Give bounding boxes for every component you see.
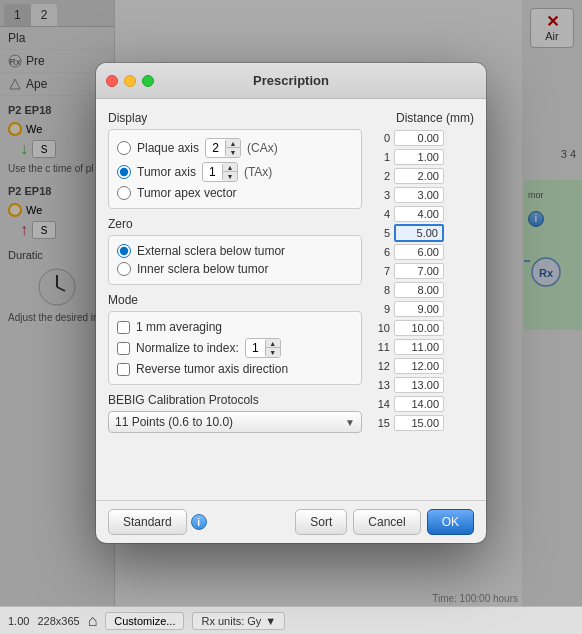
mode-section-box: 1 mm averaging Normalize to index: 1 ▲ ▼ xyxy=(108,311,362,385)
distance-row: 66.00 xyxy=(374,243,474,261)
distance-row: 00.00 xyxy=(374,129,474,147)
calibration-dropdown-arrow-icon: ▼ xyxy=(345,417,355,428)
distance-index: 11 xyxy=(374,341,390,353)
inner-sclera-label: Inner sclera below tumor xyxy=(137,262,268,276)
display-section-box: Plaque axis 2 ▲ ▼ (CAx) xyxy=(108,129,362,209)
distance-row: 77.00 xyxy=(374,262,474,280)
averaging-checkbox[interactable] xyxy=(117,321,130,334)
customize-button[interactable]: Customize... xyxy=(105,612,184,630)
normalize-spinner-box[interactable]: 1 ▲ ▼ xyxy=(245,338,281,358)
calibration-dropdown[interactable]: 11 Points (0.6 to 10.0) ▼ xyxy=(108,411,362,433)
tumor-axis-label: Tumor axis xyxy=(137,165,196,179)
ok-button[interactable]: OK xyxy=(427,509,474,535)
plaque-axis-arrows[interactable]: ▲ ▼ xyxy=(226,139,240,157)
distance-index: 15 xyxy=(374,417,390,429)
averaging-label: 1 mm averaging xyxy=(136,320,222,334)
tumor-axis-up[interactable]: ▲ xyxy=(223,163,237,172)
inner-sclera-row: Inner sclera below tumor xyxy=(117,262,353,276)
mode-label: Mode xyxy=(108,293,362,307)
bottom-bar: 1.00 228x365 ⌂ Customize... Rx units: Gy… xyxy=(0,606,582,634)
prescription-dialog: Prescription Display Plaque axis xyxy=(96,63,486,543)
distance-index: 12 xyxy=(374,360,390,372)
tumor-axis-radio[interactable] xyxy=(117,165,131,179)
dialog-body: Display Plaque axis 2 ▲ ▼ xyxy=(96,99,486,500)
close-button[interactable] xyxy=(106,75,118,87)
tumor-apex-row: Tumor apex vector xyxy=(117,186,353,200)
distance-value[interactable]: 6.00 xyxy=(394,244,444,260)
rx-units-arrow-icon: ▼ xyxy=(265,615,276,627)
distance-table: 00.0011.0022.0033.0044.0055.0066.0077.00… xyxy=(374,129,474,432)
plaque-axis-tag: (CAx) xyxy=(247,141,278,155)
dialog-title: Prescription xyxy=(253,73,329,88)
distance-index: 1 xyxy=(374,151,390,163)
averaging-row: 1 mm averaging xyxy=(117,320,353,334)
distance-row: 1313.00 xyxy=(374,376,474,394)
distance-index: 13 xyxy=(374,379,390,391)
distance-value[interactable]: 10.00 xyxy=(394,320,444,336)
normalize-checkbox[interactable] xyxy=(117,342,130,355)
inner-sclera-radio[interactable] xyxy=(117,262,131,276)
standard-button[interactable]: Standard xyxy=(108,509,187,535)
distance-index: 2 xyxy=(374,170,390,182)
plaque-axis-up[interactable]: ▲ xyxy=(226,139,240,148)
plaque-axis-down[interactable]: ▼ xyxy=(226,148,240,157)
distance-value[interactable]: 11.00 xyxy=(394,339,444,355)
display-section: Display Plaque axis 2 ▲ ▼ xyxy=(108,111,362,209)
tumor-apex-label: Tumor apex vector xyxy=(137,186,237,200)
footer-left: Standard i xyxy=(108,509,207,535)
normalize-up[interactable]: ▲ xyxy=(266,339,280,348)
tumor-axis-spinner-box[interactable]: 1 ▲ ▼ xyxy=(202,162,238,182)
distance-row: 55.00 xyxy=(374,224,474,242)
distance-row: 88.00 xyxy=(374,281,474,299)
distance-value[interactable]: 5.00 xyxy=(394,224,444,242)
distance-index: 9 xyxy=(374,303,390,315)
zero-label: Zero xyxy=(108,217,362,231)
modal-overlay: Prescription Display Plaque axis xyxy=(0,0,582,606)
distance-row: 11.00 xyxy=(374,148,474,166)
sort-button[interactable]: Sort xyxy=(295,509,347,535)
maximize-button[interactable] xyxy=(142,75,154,87)
distance-value[interactable]: 15.00 xyxy=(394,415,444,431)
rx-units-dropdown[interactable]: Rx units: Gy ▼ xyxy=(192,612,285,630)
distance-row: 1414.00 xyxy=(374,395,474,413)
distance-index: 6 xyxy=(374,246,390,258)
tumor-axis-spinner: 1 ▲ ▼ (TAx) xyxy=(202,162,272,182)
rx-units-label: Rx units: Gy xyxy=(201,615,261,627)
normalize-arrows[interactable]: ▲ ▼ xyxy=(266,339,280,357)
bebig-section: BEBIG Calibration Protocols 11 Points (0… xyxy=(108,393,362,433)
distance-index: 10 xyxy=(374,322,390,334)
distance-value[interactable]: 14.00 xyxy=(394,396,444,412)
distance-header: Distance (mm) xyxy=(374,111,474,125)
tumor-axis-row: Tumor axis 1 ▲ ▼ (TAx) xyxy=(117,162,353,182)
distance-value[interactable]: 3.00 xyxy=(394,187,444,203)
calibration-dropdown-text: 11 Points (0.6 to 10.0) xyxy=(115,415,233,429)
plaque-axis-radio[interactable] xyxy=(117,141,131,155)
minimize-button[interactable] xyxy=(124,75,136,87)
tumor-apex-radio[interactable] xyxy=(117,186,131,200)
external-sclera-radio[interactable] xyxy=(117,244,131,258)
reverse-row: Reverse tumor axis direction xyxy=(117,362,353,376)
normalize-down[interactable]: ▼ xyxy=(266,348,280,357)
distance-value[interactable]: 2.00 xyxy=(394,168,444,184)
distance-value[interactable]: 7.00 xyxy=(394,263,444,279)
traffic-lights xyxy=(106,75,154,87)
distance-value[interactable]: 9.00 xyxy=(394,301,444,317)
tumor-axis-arrows[interactable]: ▲ ▼ xyxy=(223,163,237,181)
normalize-label: Normalize to index: xyxy=(136,341,239,355)
reverse-checkbox[interactable] xyxy=(117,363,130,376)
cancel-button[interactable]: Cancel xyxy=(353,509,420,535)
distance-value[interactable]: 13.00 xyxy=(394,377,444,393)
dialog-titlebar: Prescription xyxy=(96,63,486,99)
standard-info-icon[interactable]: i xyxy=(191,514,207,530)
distance-value[interactable]: 1.00 xyxy=(394,149,444,165)
tumor-axis-down[interactable]: ▼ xyxy=(223,172,237,181)
distance-value[interactable]: 12.00 xyxy=(394,358,444,374)
home-icon[interactable]: ⌂ xyxy=(88,612,98,630)
distance-index: 8 xyxy=(374,284,390,296)
distance-value[interactable]: 4.00 xyxy=(394,206,444,222)
plaque-axis-spinner-box[interactable]: 2 ▲ ▼ xyxy=(205,138,241,158)
distance-index: 14 xyxy=(374,398,390,410)
distance-value[interactable]: 8.00 xyxy=(394,282,444,298)
distance-value[interactable]: 0.00 xyxy=(394,130,444,146)
distance-row: 1111.00 xyxy=(374,338,474,356)
